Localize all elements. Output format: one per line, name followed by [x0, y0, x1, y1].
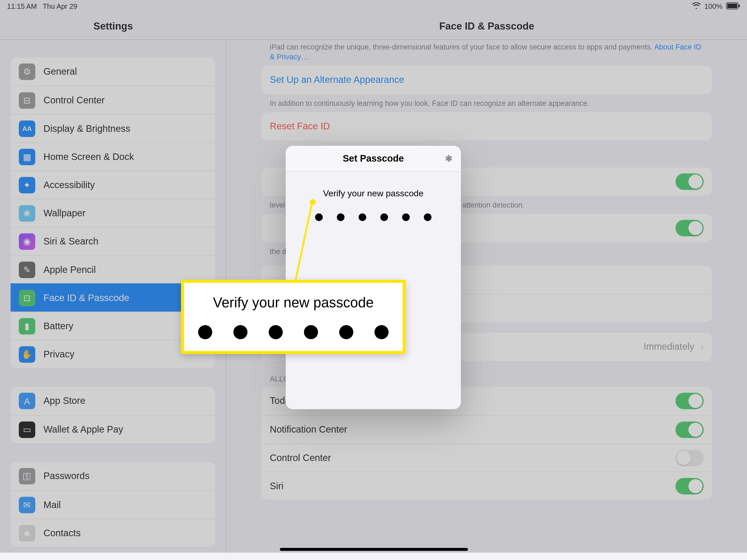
sliders-icon: ⊟ — [19, 92, 35, 108]
passcode-prompt: Verify your new passcode — [298, 188, 449, 198]
sidebar-item-label: Mail — [44, 499, 61, 510]
faceid-intro-caption: iPad can recognize the unique, three-dim… — [262, 40, 712, 66]
key-icon: ⚿ — [19, 468, 35, 484]
passcode-dots[interactable] — [298, 213, 449, 221]
chevron-right-icon: › — [700, 341, 704, 353]
battery-icon — [726, 2, 740, 11]
wifi-icon — [692, 2, 701, 11]
allow-row-control-center[interactable]: Control Center — [262, 443, 712, 472]
sidebar-item-app-store[interactable]: AApp Store — [11, 387, 215, 415]
sidebar-item-label: Face ID & Passcode — [44, 292, 129, 303]
sidebar-item-label: Wallpaper — [44, 208, 85, 219]
sidebar-item-label: Accessibility — [44, 180, 95, 190]
status-time: 11:15 AM — [7, 2, 37, 11]
sidebar-item-label: Display & Brightness — [44, 123, 130, 134]
allow-toggle[interactable] — [675, 450, 703, 466]
sidebar-item-label: General — [44, 67, 77, 77]
svg-rect-1 — [727, 3, 738, 8]
alt-appearance-caption: In addition to continuously learning how… — [262, 94, 712, 112]
allow-toggle[interactable] — [675, 393, 703, 409]
sidebar-item-control-center[interactable]: ⊟Control Center — [11, 86, 215, 114]
set-passcode-modal: Set Passcode ✱ Verify your new passcode — [286, 146, 461, 409]
allow-row-notification-center[interactable]: Notification Center — [262, 415, 712, 443]
navbar: Settings Face ID & Passcode — [0, 13, 747, 40]
spinner-icon: ✱ — [445, 153, 453, 164]
sidebar-item-label: Siri & Search — [44, 236, 98, 247]
grid-icon: ▦ — [19, 149, 35, 165]
status-bar: 11:15 AM Thu Apr 29 100% — [0, 0, 747, 13]
sidebar-item-label: Passwords — [44, 471, 89, 482]
sidebar-item-general[interactable]: ⚙General — [11, 58, 215, 86]
sidebar-item-home-screen-dock[interactable]: ▦Home Screen & Dock — [11, 142, 215, 170]
appstore-icon: A — [19, 393, 35, 409]
allow-row-label: Siri — [270, 481, 284, 491]
status-date: Thu Apr 29 — [43, 2, 77, 11]
setup-alternate-appearance[interactable]: Set Up an Alternate Appearance — [262, 66, 712, 94]
sidebar-item-label: Control Center — [44, 95, 105, 105]
sidebar-item-wallet-apple-pay[interactable]: ▭Wallet & Apple Pay — [11, 415, 215, 443]
sidebar-item-siri-search[interactable]: ◉Siri & Search — [11, 227, 215, 255]
require-passcode-value: Immediately — [644, 342, 694, 353]
hand-icon: ✋ — [19, 346, 35, 362]
sidebar-item-apple-pencil[interactable]: ✎Apple Pencil — [11, 255, 215, 283]
reset-face-id[interactable]: Reset Face ID — [262, 112, 712, 140]
pencil-icon: ✎ — [19, 261, 35, 278]
sidebar-item-mail[interactable]: ✉Mail — [11, 490, 215, 518]
faceid-icon: ⊡ — [19, 289, 35, 306]
sidebar-item-display-brightness[interactable]: AADisplay & Brightness — [11, 114, 215, 142]
wallet-icon: ▭ — [19, 421, 35, 437]
sidebar-item-label: Wallet & Apple Pay — [44, 424, 123, 435]
gear-icon: ⚙ — [19, 63, 35, 80]
battery-percent: 100% — [704, 2, 722, 11]
modal-title: Set Passcode — [343, 153, 404, 164]
contacts-icon: ☻ — [19, 525, 35, 541]
settings-title: Settings — [0, 13, 226, 40]
sidebar-item-label: App Store — [44, 396, 85, 406]
page-title: Face ID & Passcode — [226, 13, 747, 40]
allow-row-siri[interactable]: Siri — [262, 472, 712, 500]
sidebar-item-contacts[interactable]: ☻Contacts — [11, 518, 215, 546]
sidebar-item-label: Contacts — [44, 528, 81, 538]
allow-row-label: Control Center — [270, 453, 331, 463]
allow-toggle[interactable] — [675, 422, 703, 438]
battery-icon: ▮ — [19, 318, 35, 334]
home-indicator — [279, 548, 468, 551]
mail-icon: ✉ — [19, 497, 35, 513]
flower-icon: ❀ — [19, 205, 35, 221]
callout-pointer-dot — [310, 199, 316, 205]
svg-rect-2 — [739, 4, 740, 7]
sidebar-item-label: Battery — [44, 321, 73, 331]
allow-row-label: Notification Center — [270, 424, 347, 435]
allow-toggle[interactable] — [675, 478, 703, 494]
sidebar-item-label: Privacy — [44, 349, 74, 360]
accessibility-icon: ✦ — [19, 177, 35, 193]
text-size-icon: AA — [19, 120, 35, 137]
sidebar-item-label: Home Screen & Dock — [44, 152, 134, 162]
callout-text: Verify your new passcode — [213, 295, 374, 311]
require-attention-toggle[interactable] — [675, 173, 703, 189]
modal-header: Set Passcode ✱ — [286, 146, 461, 172]
siri-icon: ◉ — [19, 233, 35, 249]
sidebar-item-accessibility[interactable]: ✦Accessibility — [11, 171, 215, 199]
callout-highlight: Verify your new passcode — [181, 280, 406, 354]
sidebar-item-wallpaper[interactable]: ❀Wallpaper — [11, 199, 215, 227]
sidebar-item-passwords[interactable]: ⚿Passwords — [11, 462, 215, 490]
sidebar-item-label: Apple Pencil — [44, 264, 96, 275]
callout-dots — [198, 325, 389, 339]
attention-aware-toggle[interactable] — [675, 220, 703, 236]
